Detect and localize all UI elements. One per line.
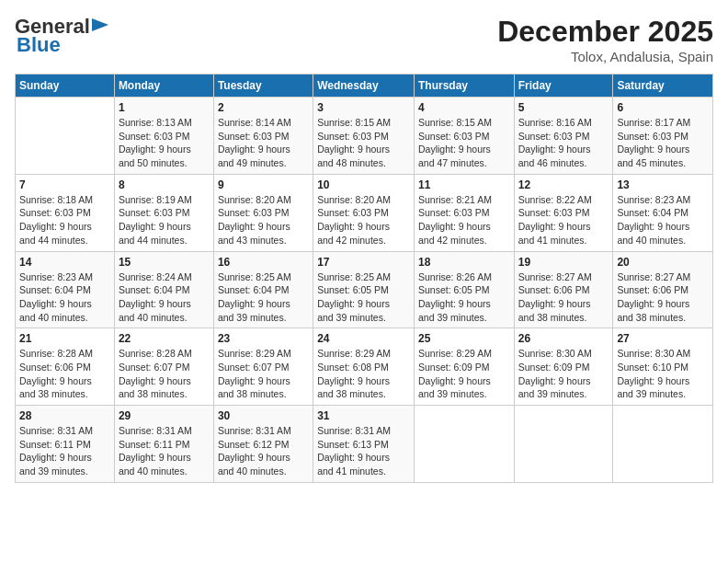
week-row-1: 7Sunrise: 8:18 AMSunset: 6:03 PMDaylight… bbox=[16, 174, 713, 251]
day-number: 4 bbox=[418, 101, 510, 114]
day-number: 15 bbox=[119, 256, 210, 269]
calendar-cell: 8Sunrise: 8:19 AMSunset: 6:03 PMDaylight… bbox=[114, 174, 213, 251]
calendar-cell: 5Sunrise: 8:16 AMSunset: 6:03 PMDaylight… bbox=[514, 98, 613, 175]
day-number: 28 bbox=[19, 409, 110, 422]
calendar-cell: 30Sunrise: 8:31 AMSunset: 6:12 PMDayligh… bbox=[213, 406, 313, 483]
day-info: Sunrise: 8:25 AMSunset: 6:05 PMDaylight:… bbox=[317, 270, 410, 325]
week-row-4: 28Sunrise: 8:31 AMSunset: 6:11 PMDayligh… bbox=[16, 406, 713, 483]
day-info: Sunrise: 8:27 AMSunset: 6:06 PMDaylight:… bbox=[617, 270, 709, 325]
calendar-cell: 27Sunrise: 8:30 AMSunset: 6:10 PMDayligh… bbox=[613, 328, 713, 406]
day-number: 18 bbox=[418, 256, 510, 269]
day-info: Sunrise: 8:23 AMSunset: 6:04 PMDaylight:… bbox=[19, 270, 110, 325]
day-number: 30 bbox=[218, 409, 309, 422]
calendar-cell bbox=[16, 98, 115, 175]
day-info: Sunrise: 8:24 AMSunset: 6:04 PMDaylight:… bbox=[119, 270, 210, 325]
day-info: Sunrise: 8:31 AMSunset: 6:11 PMDaylight:… bbox=[119, 424, 210, 478]
calendar-cell: 10Sunrise: 8:20 AMSunset: 6:03 PMDayligh… bbox=[313, 174, 415, 251]
calendar-cell: 28Sunrise: 8:31 AMSunset: 6:11 PMDayligh… bbox=[16, 406, 115, 483]
week-row-0: 1Sunrise: 8:13 AMSunset: 6:03 PMDaylight… bbox=[16, 98, 713, 175]
svg-marker-0 bbox=[92, 18, 108, 31]
day-info: Sunrise: 8:15 AMSunset: 6:03 PMDaylight:… bbox=[418, 116, 510, 170]
day-info: Sunrise: 8:27 AMSunset: 6:06 PMDaylight:… bbox=[518, 270, 609, 325]
day-number: 12 bbox=[518, 178, 609, 191]
calendar-table: Sunday Monday Tuesday Wednesday Thursday… bbox=[15, 74, 713, 483]
calendar-cell: 12Sunrise: 8:22 AMSunset: 6:03 PMDayligh… bbox=[514, 174, 613, 251]
calendar-cell: 1Sunrise: 8:13 AMSunset: 6:03 PMDaylight… bbox=[114, 98, 213, 175]
logo-icon bbox=[92, 17, 112, 33]
calendar-cell: 22Sunrise: 8:28 AMSunset: 6:07 PMDayligh… bbox=[114, 328, 213, 406]
calendar-cell: 18Sunrise: 8:26 AMSunset: 6:05 PMDayligh… bbox=[414, 251, 514, 328]
calendar-cell: 9Sunrise: 8:20 AMSunset: 6:03 PMDaylight… bbox=[213, 174, 313, 251]
day-info: Sunrise: 8:29 AMSunset: 6:08 PMDaylight:… bbox=[317, 347, 410, 401]
calendar-cell: 6Sunrise: 8:17 AMSunset: 6:03 PMDaylight… bbox=[613, 98, 713, 175]
calendar-cell: 2Sunrise: 8:14 AMSunset: 6:03 PMDaylight… bbox=[213, 98, 313, 175]
day-number: 27 bbox=[617, 332, 709, 345]
day-number: 29 bbox=[119, 409, 210, 422]
day-number: 20 bbox=[617, 256, 709, 269]
col-friday: Friday bbox=[514, 75, 613, 98]
day-number: 2 bbox=[218, 101, 309, 114]
day-info: Sunrise: 8:20 AMSunset: 6:03 PMDaylight:… bbox=[218, 193, 309, 247]
col-sunday: Sunday bbox=[16, 75, 115, 98]
day-info: Sunrise: 8:15 AMSunset: 6:03 PMDaylight:… bbox=[317, 116, 410, 170]
calendar-cell: 3Sunrise: 8:15 AMSunset: 6:03 PMDaylight… bbox=[313, 98, 415, 175]
calendar-cell: 25Sunrise: 8:29 AMSunset: 6:09 PMDayligh… bbox=[414, 328, 514, 406]
day-info: Sunrise: 8:28 AMSunset: 6:06 PMDaylight:… bbox=[19, 347, 110, 401]
day-number: 6 bbox=[617, 101, 709, 114]
calendar-cell bbox=[613, 406, 713, 483]
day-info: Sunrise: 8:31 AMSunset: 6:11 PMDaylight:… bbox=[19, 424, 110, 478]
page: General Blue December 2025 Tolox, Andalu… bbox=[0, 0, 728, 563]
col-saturday: Saturday bbox=[613, 75, 713, 98]
day-info: Sunrise: 8:16 AMSunset: 6:03 PMDaylight:… bbox=[518, 116, 609, 170]
day-info: Sunrise: 8:21 AMSunset: 6:03 PMDaylight:… bbox=[418, 193, 510, 247]
title-block: December 2025 Tolox, Andalusia, Spain bbox=[497, 15, 713, 64]
calendar-cell: 24Sunrise: 8:29 AMSunset: 6:08 PMDayligh… bbox=[313, 328, 415, 406]
header-row: Sunday Monday Tuesday Wednesday Thursday… bbox=[16, 75, 713, 98]
day-info: Sunrise: 8:20 AMSunset: 6:03 PMDaylight:… bbox=[317, 193, 410, 247]
location-subtitle: Tolox, Andalusia, Spain bbox=[497, 49, 713, 64]
day-number: 25 bbox=[418, 332, 510, 345]
day-info: Sunrise: 8:22 AMSunset: 6:03 PMDaylight:… bbox=[518, 193, 609, 247]
calendar-cell: 15Sunrise: 8:24 AMSunset: 6:04 PMDayligh… bbox=[114, 251, 213, 328]
day-info: Sunrise: 8:31 AMSunset: 6:13 PMDaylight:… bbox=[317, 424, 410, 478]
calendar-cell: 13Sunrise: 8:23 AMSunset: 6:04 PMDayligh… bbox=[613, 174, 713, 251]
day-info: Sunrise: 8:25 AMSunset: 6:04 PMDaylight:… bbox=[218, 270, 309, 325]
calendar-cell: 20Sunrise: 8:27 AMSunset: 6:06 PMDayligh… bbox=[613, 251, 713, 328]
day-number: 3 bbox=[317, 101, 410, 114]
day-info: Sunrise: 8:31 AMSunset: 6:12 PMDaylight:… bbox=[218, 424, 309, 478]
day-info: Sunrise: 8:30 AMSunset: 6:09 PMDaylight:… bbox=[518, 347, 609, 401]
day-number: 17 bbox=[317, 256, 410, 269]
week-row-3: 21Sunrise: 8:28 AMSunset: 6:06 PMDayligh… bbox=[16, 328, 713, 406]
day-number: 26 bbox=[518, 332, 609, 345]
calendar-cell: 19Sunrise: 8:27 AMSunset: 6:06 PMDayligh… bbox=[514, 251, 613, 328]
calendar-cell: 7Sunrise: 8:18 AMSunset: 6:03 PMDaylight… bbox=[16, 174, 115, 251]
day-number: 1 bbox=[119, 101, 210, 114]
calendar-cell: 31Sunrise: 8:31 AMSunset: 6:13 PMDayligh… bbox=[313, 406, 415, 483]
day-info: Sunrise: 8:19 AMSunset: 6:03 PMDaylight:… bbox=[119, 193, 210, 247]
calendar-cell: 4Sunrise: 8:15 AMSunset: 6:03 PMDaylight… bbox=[414, 98, 514, 175]
col-thursday: Thursday bbox=[414, 75, 514, 98]
day-number: 9 bbox=[218, 178, 309, 191]
day-number: 16 bbox=[218, 256, 309, 269]
day-number: 22 bbox=[119, 332, 210, 345]
day-info: Sunrise: 8:14 AMSunset: 6:03 PMDaylight:… bbox=[218, 116, 309, 170]
logo-blue: Blue bbox=[17, 33, 61, 57]
day-number: 5 bbox=[518, 101, 609, 114]
day-number: 8 bbox=[119, 178, 210, 191]
calendar-cell: 16Sunrise: 8:25 AMSunset: 6:04 PMDayligh… bbox=[213, 251, 313, 328]
day-info: Sunrise: 8:26 AMSunset: 6:05 PMDaylight:… bbox=[418, 270, 510, 325]
day-info: Sunrise: 8:18 AMSunset: 6:03 PMDaylight:… bbox=[19, 193, 110, 247]
logo: General Blue bbox=[15, 15, 112, 57]
calendar-cell bbox=[414, 406, 514, 483]
calendar-cell: 29Sunrise: 8:31 AMSunset: 6:11 PMDayligh… bbox=[114, 406, 213, 483]
calendar-cell: 17Sunrise: 8:25 AMSunset: 6:05 PMDayligh… bbox=[313, 251, 415, 328]
day-number: 21 bbox=[19, 332, 110, 345]
header: General Blue December 2025 Tolox, Andalu… bbox=[15, 15, 713, 64]
day-number: 14 bbox=[19, 256, 110, 269]
day-info: Sunrise: 8:17 AMSunset: 6:03 PMDaylight:… bbox=[617, 116, 709, 170]
day-number: 24 bbox=[317, 332, 410, 345]
calendar-cell: 11Sunrise: 8:21 AMSunset: 6:03 PMDayligh… bbox=[414, 174, 514, 251]
calendar-cell: 23Sunrise: 8:29 AMSunset: 6:07 PMDayligh… bbox=[213, 328, 313, 406]
day-number: 10 bbox=[317, 178, 410, 191]
day-info: Sunrise: 8:30 AMSunset: 6:10 PMDaylight:… bbox=[617, 347, 709, 401]
